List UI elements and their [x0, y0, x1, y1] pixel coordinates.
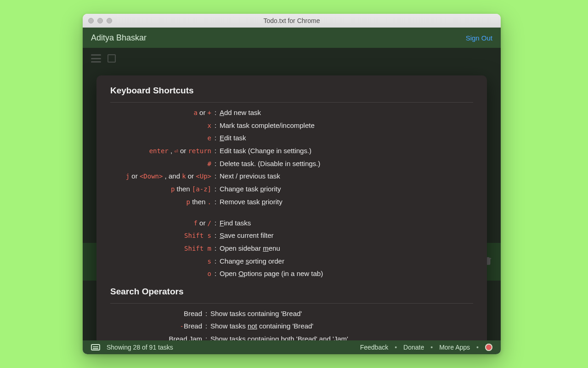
shortcuts-modal: Keyboard Shortcuts a or +:Add new taskx:…: [96, 75, 487, 340]
shortcut-desc: Edit task: [220, 132, 473, 144]
shortcut-colon: :: [211, 230, 220, 241]
shortcut-keys: e: [110, 132, 211, 144]
separator: •: [395, 344, 397, 351]
shortcut-keys: f or /: [110, 218, 211, 229]
shortcut-colon: :: [211, 218, 220, 229]
shortcut-desc: Delete task. (Disable in settings.): [220, 158, 473, 169]
shortcut-keys: o: [110, 268, 211, 279]
shortcut-desc: Save current filter: [220, 230, 473, 241]
app-header: Aditya Bhaskar Sign Out: [83, 28, 501, 48]
shortcuts-heading: Keyboard Shortcuts: [110, 86, 473, 96]
shortcut-keys: s: [110, 256, 211, 267]
app-window: Todo.txt for Chrome Aditya Bhaskar Sign …: [83, 14, 501, 354]
shortcut-desc: Show tasks containing both 'Bread' and '…: [210, 334, 473, 340]
shortcut-keys: j or <Down> , and k or <Up>: [110, 171, 211, 182]
window-title: Todo.txt for Chrome: [83, 17, 501, 24]
shortcut-desc: Remove task priority: [220, 196, 473, 207]
shortcut-colon: :: [211, 107, 220, 118]
shortcut-keys: #: [110, 158, 211, 169]
feedback-link[interactable]: Feedback: [360, 344, 388, 351]
record-icon[interactable]: [485, 344, 492, 351]
shortcut-keys: Shift s: [110, 230, 211, 241]
shortcut-colon: :: [211, 196, 220, 207]
shortcut-desc: Show tasks not containing 'Bread': [210, 321, 473, 332]
keyboard-icon[interactable]: [91, 344, 100, 351]
shortcut-desc: Add new task: [220, 107, 473, 118]
shortcut-colon: :: [211, 158, 220, 169]
separator: •: [430, 344, 433, 351]
shortcut-colon: :: [211, 120, 220, 131]
shortcut-colon: :: [202, 334, 210, 340]
sign-out-link[interactable]: Sign Out: [466, 34, 492, 42]
shortcut-desc: Open Options page (in a new tab): [220, 268, 473, 279]
status-bar: Showing 28 of 91 tasks Feedback • Donate…: [83, 340, 501, 354]
shortcuts-table: a or +:Add new taskx:Mark task complete/…: [110, 107, 473, 279]
shortcut-keys: enter , ⏎ or return: [110, 145, 211, 156]
shortcut-keys: a or +: [110, 107, 211, 118]
shortcut-colon: :: [211, 243, 220, 254]
shortcut-colon: :: [211, 145, 220, 156]
shortcut-desc: Change task priority: [220, 184, 473, 195]
search-ops-table: Bread:Show tasks containing 'Bread'-Brea…: [110, 308, 473, 340]
shortcut-desc: Edit task (Change in settings.): [220, 145, 473, 156]
window-controls[interactable]: [88, 18, 112, 23]
shortcut-desc: Open sidebar menu: [220, 243, 473, 254]
shortcut-keys: p then [a-z]: [110, 184, 211, 195]
zoom-dot-icon[interactable]: [107, 18, 112, 23]
shortcut-desc: Find tasks: [220, 218, 473, 229]
more-apps-link[interactable]: More Apps: [439, 344, 470, 351]
separator: •: [476, 344, 479, 351]
status-count: Showing 28 of 91 tasks: [107, 344, 173, 351]
shortcut-keys: p then .: [110, 196, 211, 207]
minimize-dot-icon[interactable]: [97, 18, 103, 23]
close-dot-icon[interactable]: [88, 18, 94, 23]
shortcut-colon: :: [202, 308, 210, 319]
shortcut-colon: :: [211, 268, 220, 279]
divider: [110, 303, 473, 304]
titlebar: Todo.txt for Chrome: [83, 14, 501, 28]
search-ops-heading: Search Operators: [110, 287, 473, 297]
shortcut-colon: :: [211, 256, 220, 267]
shortcut-desc: Mark task complete/incomplete: [220, 120, 473, 131]
shortcut-colon: :: [211, 132, 220, 144]
shortcut-keys: -Bread: [110, 321, 202, 332]
shortcut-desc: Change sorting order: [220, 256, 473, 267]
shortcut-desc: Show tasks containing 'Bread': [210, 308, 473, 319]
shortcut-colon: :: [202, 321, 210, 332]
divider: [110, 102, 473, 103]
shortcut-colon: :: [211, 171, 220, 182]
shortcut-desc: Next / previous task: [220, 171, 473, 182]
shortcut-keys: x: [110, 120, 211, 131]
shortcut-keys: Bread: [110, 308, 202, 319]
user-name: Aditya Bhaskar: [91, 33, 147, 43]
donate-link[interactable]: Donate: [403, 344, 424, 351]
shortcut-keys: Bread Jam: [110, 334, 202, 340]
shortcut-keys: Shift m: [110, 243, 211, 254]
shortcut-colon: :: [211, 184, 220, 195]
app-body: Keyboard Shortcuts a or +:Add new taskx:…: [83, 48, 501, 340]
